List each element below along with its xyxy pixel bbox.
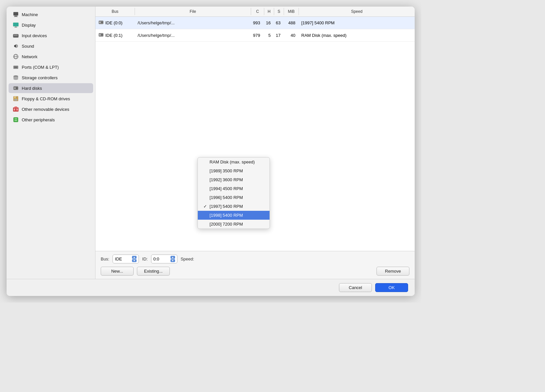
id-up-arrow[interactable]: ▲ [170, 256, 175, 259]
id-select[interactable]: 0:0 ▲ ▼ [151, 255, 177, 263]
control-row: Bus: IDE ▲ ▼ ID: 0:0 ▲ ▼ [101, 255, 409, 263]
sidebar-label-input: Input devices [22, 33, 47, 38]
dropdown-item[interactable]: ✓[1997] 5400 RPM [198, 202, 270, 211]
svg-point-41 [101, 34, 103, 36]
bus-up-arrow[interactable]: ▲ [132, 256, 137, 259]
dropdown-item[interactable]: RAM Disk (max. speed) [198, 158, 270, 166]
sidebar-item-input[interactable]: Input devices [9, 31, 93, 40]
sidebar-label-removable: Other removable devices [22, 107, 69, 112]
bottom-controls: Bus: IDE ▲ ▼ ID: 0:0 ▲ ▼ [95, 251, 415, 279]
dropdown-item[interactable]: [1994] 4500 RPM [198, 184, 270, 193]
sidebar-item-network[interactable]: Network [9, 52, 93, 61]
sidebar-label-display: Display [22, 23, 36, 28]
cell-file-1: /Users/helge/tmp/... [135, 32, 250, 38]
main-dialog: MachineDisplayInput devicesSoundNetworkP… [7, 7, 415, 296]
input-icon [13, 32, 19, 39]
table-header: Bus File C H S MiB Speed [95, 7, 415, 17]
dropdown-item[interactable]: [1996] 5400 RPM [198, 193, 270, 202]
svg-rect-39 [99, 22, 101, 23]
id-value: 0:0 [153, 257, 169, 261]
peripherals-icon [13, 116, 19, 123]
ports-icon [13, 64, 19, 70]
svg-rect-29 [14, 99, 17, 101]
cell-mib-1: 40 [283, 32, 298, 38]
sidebar-label-sound: Sound [22, 44, 34, 49]
svg-rect-6 [13, 34, 18, 37]
svg-rect-31 [14, 107, 17, 108]
ok-button[interactable]: OK [375, 283, 408, 292]
col-speed: Speed [299, 8, 415, 15]
dropdown-item-label: [1992] 3600 RPM [210, 177, 243, 182]
dropdown-item-label: [2000] 7200 RPM [210, 222, 243, 227]
svg-point-24 [16, 87, 17, 89]
sidebar-label-floppy: Floppy & CD-ROM drives [22, 96, 70, 101]
remove-button[interactable]: Remove [376, 267, 409, 276]
cell-speed-1: RAM Disk (max. speed) [298, 32, 415, 38]
bus-value: IDE [115, 257, 131, 261]
sidebar-label-storage: Storage controllers [22, 75, 58, 80]
svg-rect-34 [13, 117, 18, 122]
bus-label: Bus: [101, 257, 109, 261]
cell-s-0: 63 [273, 20, 283, 26]
svg-rect-5 [14, 27, 17, 28]
sidebar-item-ports[interactable]: Ports (COM & LPT) [9, 62, 93, 72]
bus-select[interactable]: IDE ▲ ▼ [113, 255, 139, 263]
dropdown-item-label: RAM Disk (max. speed) [210, 159, 255, 164]
table-row[interactable]: IDE (0:1) /Users/helge/tmp/... 979 5 17 … [95, 29, 415, 42]
svg-rect-1 [14, 16, 17, 16]
table-row[interactable]: IDE (0:0) /Users/helge/tmp/... 993 16 63… [95, 17, 415, 29]
removable-icon [13, 106, 19, 112]
sidebar-label-machine: Machine [22, 12, 38, 17]
dropdown-item[interactable]: [1992] 3600 RPM [198, 175, 270, 184]
sidebar: MachineDisplayInput devicesSoundNetworkP… [7, 7, 95, 279]
dropdown-item-label: [1989] 3500 RPM [210, 168, 243, 173]
sidebar-label-harddisk: Hard disks [22, 86, 42, 91]
sidebar-item-peripherals[interactable]: Other peripherals [9, 115, 93, 125]
dropdown-item[interactable]: [1989] 3500 RPM [198, 166, 270, 175]
new-button[interactable]: New... [101, 267, 134, 276]
dropdown-item-label: [1996] 5400 RPM [210, 195, 243, 200]
sidebar-item-display[interactable]: Display [9, 20, 93, 30]
disk-icon-1 [98, 32, 104, 39]
dropdown-item[interactable]: [1998] 5400 RPM [198, 211, 270, 220]
cell-c-1: 979 [250, 32, 263, 38]
bus-down-arrow[interactable]: ▼ [132, 259, 137, 262]
dropdown-item-label: [1997] 5400 RPM [210, 204, 243, 209]
sidebar-label-peripherals: Other peripherals [22, 117, 55, 122]
svg-rect-4 [15, 27, 17, 27]
svg-point-38 [101, 22, 103, 23]
machine-icon [13, 11, 19, 18]
id-stepper[interactable]: ▲ ▼ [170, 256, 175, 262]
svg-rect-7 [14, 35, 14, 36]
cell-file-0: /Users/helge/tmp/... [135, 20, 250, 26]
existing-button[interactable]: Existing... [137, 267, 170, 276]
id-down-arrow[interactable]: ▼ [170, 259, 175, 262]
storage-icon [13, 74, 19, 81]
sidebar-item-storage[interactable]: Storage controllers [9, 73, 93, 83]
col-file: File [135, 8, 251, 15]
dialog-footer: Cancel OK [7, 279, 415, 296]
floppy-icon [13, 95, 19, 102]
cancel-button[interactable]: Cancel [339, 283, 372, 292]
checkmark-icon: ✓ [203, 204, 208, 209]
svg-rect-3 [13, 23, 18, 26]
svg-rect-28 [16, 97, 16, 98]
sidebar-item-sound[interactable]: Sound [9, 41, 93, 51]
cell-s-1: 17 [273, 32, 283, 38]
svg-rect-16 [14, 67, 15, 68]
sidebar-item-floppy[interactable]: Floppy & CD-ROM drives [9, 94, 93, 104]
cell-speed-0: [1997] 5400 RPM [298, 20, 415, 26]
cell-h-1: 5 [263, 32, 273, 38]
harddisk-icon [13, 85, 19, 91]
sidebar-item-machine[interactable]: Machine [9, 10, 93, 19]
sidebar-item-harddisk[interactable]: Hard disks [9, 83, 93, 93]
bus-stepper[interactable]: ▲ ▼ [132, 256, 137, 262]
svg-rect-18 [16, 67, 17, 68]
speed-dropdown[interactable]: RAM Disk (max. speed)[1989] 3500 RPM[199… [197, 157, 270, 229]
network-icon [13, 53, 19, 60]
main-content: Bus File C H S MiB Speed IDE (0:0) /User… [95, 7, 415, 279]
sidebar-item-removable[interactable]: Other removable devices [9, 104, 93, 114]
svg-point-22 [13, 78, 18, 80]
dropdown-item[interactable]: [2000] 7200 RPM [198, 220, 270, 229]
dropdown-item-label: [1994] 4500 RPM [210, 186, 243, 191]
